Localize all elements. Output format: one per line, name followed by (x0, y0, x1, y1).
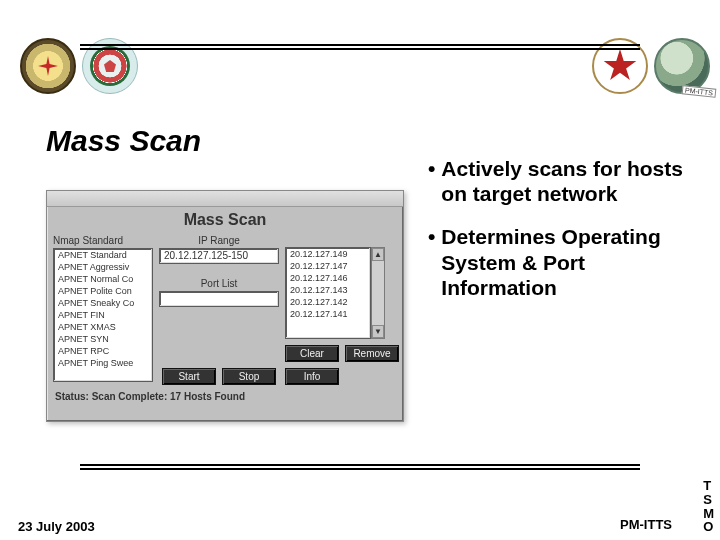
stop-button[interactable]: Stop (222, 368, 276, 385)
footer-pmitts: PM-ITTS (620, 517, 672, 532)
results-listbox[interactable]: 20.12.127.149 20.12.127.147 20.12.127.14… (285, 247, 371, 339)
list-item[interactable]: APNET Aggressiv (54, 261, 152, 273)
tsmo-letter: S (703, 493, 714, 507)
list-item[interactable]: APNET RPC (54, 345, 152, 357)
all-out-war-sim-logo (82, 38, 138, 94)
americas-shield-logo (20, 38, 76, 94)
list-item[interactable]: APNET XMAS (54, 321, 152, 333)
list-item[interactable]: 20.12.127.147 (286, 260, 370, 272)
list-item[interactable]: 20.12.127.143 (286, 284, 370, 296)
clear-button[interactable]: Clear (285, 345, 339, 362)
slide-bullets: •Actively scans for hosts on target netw… (428, 156, 700, 318)
window-titlebar[interactable] (47, 191, 403, 207)
footer-tsmo: T S M O (703, 479, 714, 534)
list-item[interactable]: APNET FIN (54, 309, 152, 321)
list-item[interactable]: APNET Sneaky Co (54, 297, 152, 309)
nmap-label: Nmap Standard (53, 235, 153, 246)
nmap-listbox[interactable]: APNET Standard APNET Aggressiv APNET Nor… (53, 248, 153, 382)
tsmo-letter: O (703, 520, 714, 534)
ip-range-input[interactable]: 20.12.127.125-150 (159, 248, 279, 264)
results-scrollbar[interactable]: ▲ ▼ (371, 247, 385, 339)
list-item[interactable]: 20.12.127.146 (286, 272, 370, 284)
list-item[interactable]: 20.12.127.142 (286, 296, 370, 308)
rule-bottom (80, 464, 640, 466)
list-item[interactable]: 20.12.127.149 (286, 248, 370, 260)
window-heading: Mass Scan (47, 211, 403, 229)
list-item[interactable]: APNET Standard (54, 249, 152, 261)
bullet-text: Determines Operating System & Port Infor… (441, 224, 700, 300)
bullet-text: Actively scans for hosts on target netwo… (441, 156, 700, 206)
tsmo-letter: T (703, 479, 714, 493)
list-item[interactable]: APNET SYN (54, 333, 152, 345)
remove-button[interactable]: Remove (345, 345, 399, 362)
mass-scan-window: Mass Scan Nmap Standard APNET Standard A… (46, 190, 404, 422)
status-text: Status: Scan Complete: 17 Hosts Found (47, 385, 403, 406)
slide-logos-left (20, 38, 138, 94)
rule-top (80, 48, 640, 50)
portlist-label: Port List (201, 278, 238, 289)
start-button[interactable]: Start (162, 368, 216, 385)
scroll-down-icon[interactable]: ▼ (372, 325, 384, 338)
footer-date: 23 July 2003 (18, 519, 95, 534)
list-item[interactable]: APNET Polite Con (54, 285, 152, 297)
slide-title: Mass Scan (46, 124, 201, 158)
list-item[interactable]: APNET Normal Co (54, 273, 152, 285)
tsmo-letter: M (703, 507, 714, 521)
iprange-label: IP Range (198, 235, 240, 246)
scroll-up-icon[interactable]: ▲ (372, 248, 384, 261)
bullet-icon: • (428, 156, 435, 206)
rule-bottom (80, 468, 640, 470)
pm-itts-logo (654, 38, 710, 94)
port-list-input[interactable] (159, 291, 279, 307)
list-item[interactable]: 20.12.127.141 (286, 308, 370, 320)
bullet-icon: • (428, 224, 435, 300)
rule-top (80, 44, 640, 46)
list-item[interactable]: APNET Ping Swee (54, 357, 152, 369)
slide-logos-right (592, 38, 710, 94)
info-button[interactable]: Info (285, 368, 339, 385)
threat-star-logo (592, 38, 648, 94)
